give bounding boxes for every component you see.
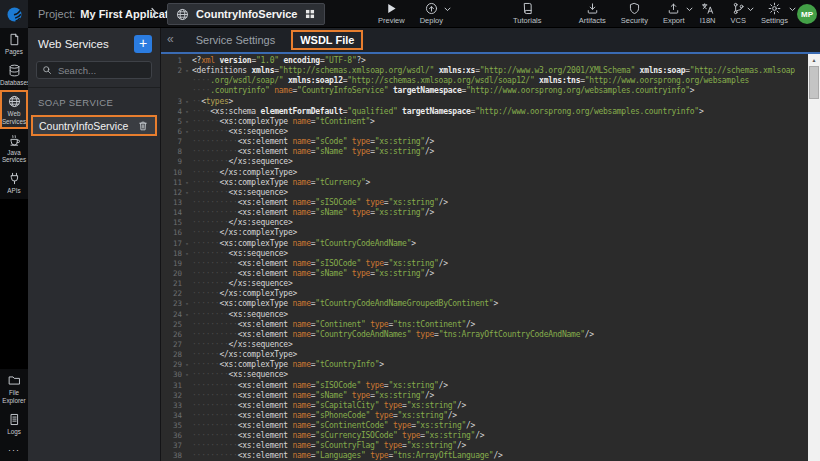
sidebar-item-java-services[interactable]: Java Services	[0, 129, 28, 167]
topbar-i18n-button[interactable]: I18N	[700, 2, 716, 25]
code-line: 18-········<xs:sequence>	[161, 249, 808, 259]
code-text: ··········<xs:element name="sPhoneCode" …	[192, 411, 808, 421]
search-icon	[42, 65, 52, 75]
scrollbar-thumb[interactable]	[809, 66, 819, 99]
code-line: 15········</xs:sequence>	[161, 218, 808, 228]
fold-marker[interactable]: -	[182, 360, 192, 370]
sidebar-item-web-services[interactable]: Web Services	[0, 90, 28, 128]
toolbar-label: Deploy	[420, 16, 443, 25]
sidebar-item-apis[interactable]: APIs	[0, 167, 28, 198]
topbar-settings-button[interactable]: Settings	[761, 2, 788, 25]
line-number: 22	[161, 289, 182, 299]
sidebar-item-databases[interactable]: Databases	[0, 59, 28, 90]
collapse-panel-icon[interactable]: «	[161, 32, 182, 48]
code-line: 37··········<xs:element name="sCountryFl…	[161, 441, 808, 451]
fold-marker[interactable]: -	[182, 178, 192, 188]
line-number: 11	[161, 178, 182, 188]
sidebar-item-file-explorer[interactable]: File Explorer	[0, 369, 28, 407]
web-services-panel: Web Services + SOAP SERVICE CountryInfoS…	[28, 28, 161, 461]
service-search-box[interactable]	[36, 61, 152, 79]
code-text: ··········<xs:element name="sName" type=…	[192, 147, 808, 157]
code-text: ··········<xs:element name="sCurrencyISO…	[192, 431, 808, 441]
export-icon	[667, 2, 680, 15]
topbar-security-button[interactable]: Security	[621, 2, 648, 25]
sidebar-item-label: Databases	[0, 79, 28, 86]
toolbar-left-group: PreviewDeployTutorials	[378, 2, 542, 28]
fold-marker	[182, 168, 192, 178]
code-line: 36··········<xs:element name="sCurrencyI…	[161, 431, 808, 441]
caret-down-icon	[444, 7, 451, 12]
line-number: 5	[161, 117, 182, 127]
settings-icon	[768, 2, 781, 15]
line-number: 12	[161, 188, 182, 198]
fold-marker[interactable]: -	[182, 310, 192, 320]
code-text: ········<xs:sequence>	[192, 310, 808, 320]
grid-icon[interactable]	[304, 8, 316, 20]
code-line: 10······</xs:complexType>	[161, 168, 808, 178]
deploy-icon	[425, 2, 438, 15]
topbar-vcs-button[interactable]: VCS	[730, 2, 745, 25]
code-line: 25··········<xs:element name="Continent"…	[161, 320, 808, 330]
code-line: 33··········<xs:element name="sCapitalCi…	[161, 401, 808, 411]
fold-marker[interactable]: -	[182, 66, 192, 76]
code-line: 24-········<xs:sequence>	[161, 310, 808, 320]
app-logo[interactable]	[0, 0, 28, 28]
globe-icon	[8, 95, 21, 108]
line-number: 10	[161, 168, 182, 178]
tab-wsdl-file[interactable]: WSDL File	[291, 30, 363, 50]
fold-marker[interactable]: -	[182, 188, 192, 198]
line-number: 17	[161, 239, 182, 249]
toolbar-label: Preview	[378, 16, 405, 25]
wsdl-code-editor[interactable]: 1<?xml version="1.0" encoding="UTF-8"?>2…	[161, 54, 808, 461]
add-service-button[interactable]: +	[134, 35, 152, 53]
topbar-preview-button[interactable]: Preview	[378, 2, 405, 25]
topbar-export-button[interactable]: Export	[663, 2, 685, 25]
line-number: 2	[161, 66, 182, 76]
toolbar-label: Export	[663, 16, 685, 25]
code-line: 14··········<xs:element name="sName" typ…	[161, 208, 808, 218]
fold-marker[interactable]: -	[182, 370, 192, 380]
fold-marker[interactable]: -	[182, 127, 192, 137]
service-list-item-countryinfoservice[interactable]: CountryInfoService	[31, 115, 157, 136]
code-text: ······</xs:complexType>	[192, 289, 808, 299]
fold-marker[interactable]: -	[182, 97, 192, 107]
code-text: <definitions xmlns="http://schemas.xmlso…	[192, 66, 808, 76]
code-line: 17-······<xs:complexType name="tCountryC…	[161, 239, 808, 249]
sidebar-item-pages[interactable]: Pages	[0, 28, 28, 59]
editor-scrollbar[interactable]: ▲	[808, 54, 820, 461]
scroll-up-arrow-icon[interactable]: ▲	[808, 54, 820, 65]
topbar-tutorials-button[interactable]: Tutorials	[513, 2, 541, 25]
tab-service-settings[interactable]: Service Settings	[196, 34, 275, 46]
code-line: 28······</xs:complexType>	[161, 350, 808, 360]
fold-marker[interactable]: -	[182, 117, 192, 127]
code-text: ··········<xs:element name="sCode" type=…	[192, 137, 808, 147]
toolbar-label: Artifacts	[579, 16, 606, 25]
topbar-deploy-button[interactable]: Deploy	[420, 2, 443, 25]
user-avatar[interactable]: MP	[797, 4, 817, 24]
sidebar-item-logs[interactable]: Logs	[0, 408, 28, 439]
line-number: 23	[161, 299, 182, 309]
open-service-tab[interactable]: CountryInfoService	[167, 3, 325, 25]
fold-marker	[182, 56, 192, 66]
trash-icon[interactable]	[137, 120, 149, 132]
fold-marker[interactable]: -	[182, 249, 192, 259]
code-text: ··········<xs:element name="sISOCode" ty…	[192, 259, 808, 269]
code-line: 21········</xs:sequence>	[161, 279, 808, 289]
fold-marker	[182, 451, 192, 461]
fold-marker[interactable]: -	[182, 299, 192, 309]
line-number: 9	[161, 157, 182, 167]
fold-marker	[182, 269, 192, 279]
fold-marker[interactable]: -	[182, 239, 192, 249]
code-text: ······</xs:complexType>	[192, 168, 808, 178]
search-input[interactable]	[56, 64, 146, 77]
code-text: ······<xs:complexType name="tCountryCode…	[192, 299, 808, 309]
fold-marker	[182, 86, 192, 96]
topbar-artifacts-button[interactable]: Artifacts	[579, 2, 606, 25]
code-text: ····.org/wsdl/soap/" xmlns:soap12="http:…	[192, 76, 808, 86]
sidebar-more-button[interactable]: ···	[0, 439, 28, 461]
fold-marker[interactable]: -	[182, 107, 192, 117]
tutorials-icon	[521, 2, 534, 15]
fold-marker	[182, 137, 192, 147]
studio-window: Project: My First Application CountryInf…	[0, 0, 820, 461]
code-text: ······</xs:complexType>	[192, 228, 808, 238]
